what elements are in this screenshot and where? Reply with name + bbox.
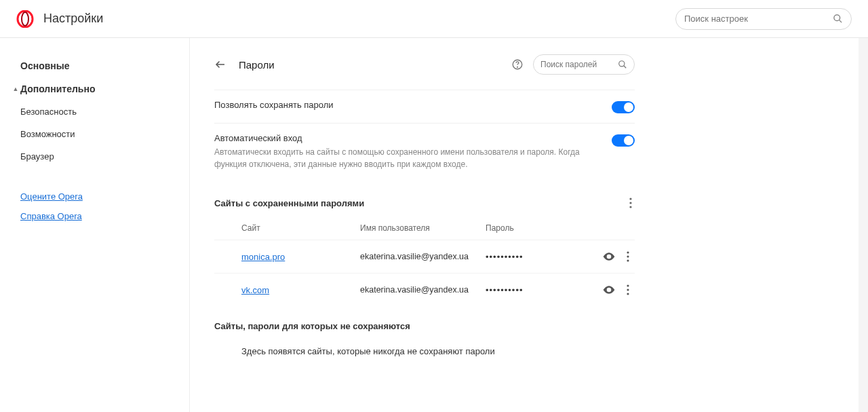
sidebar-link-help[interactable]: Справка Opera (20, 206, 189, 226)
sidebar-item-basic[interactable]: Основные (20, 54, 189, 77)
sidebar-item-browser[interactable]: Браузер (20, 145, 189, 168)
svg-point-17 (627, 284, 629, 286)
eye-icon[interactable] (602, 250, 616, 263)
help-link[interactable]: Справка Opera (20, 211, 82, 221)
never-save-title: Сайты, пароли для которых не сохраняются (214, 321, 635, 331)
sidebar-item-features[interactable]: Возможности (20, 123, 189, 145)
search-icon (833, 14, 843, 24)
top-bar: Настройки (0, 0, 868, 38)
svg-point-13 (627, 251, 629, 253)
opera-logo-icon (16, 10, 34, 28)
svg-point-15 (627, 259, 629, 261)
col-header-user: Имя пользователя (360, 223, 486, 233)
svg-point-19 (627, 293, 629, 295)
settings-search[interactable] (675, 8, 852, 30)
col-header-site: Сайт (241, 223, 360, 233)
password-row: monica.pro ekaterina.vasilie@yandex.ua •… (214, 240, 635, 273)
scrollbar-track[interactable] (859, 38, 868, 412)
username-cell: ekaterina.vasilie@yandex.ua (360, 285, 486, 295)
sidebar-item-security[interactable]: Безопасность (20, 100, 189, 123)
never-save-section: Сайты, пароли для которых не сохраняются… (214, 321, 635, 367)
col-header-pass: Пароль (486, 223, 635, 233)
password-cell: •••••••••• (486, 285, 602, 295)
svg-point-16 (608, 288, 610, 291)
svg-line-3 (839, 20, 842, 22)
setting-auto-signin: Автоматический вход Автоматически входит… (214, 123, 635, 180)
setting-label: Автоматический вход (214, 133, 598, 143)
svg-point-12 (608, 255, 610, 257)
help-icon[interactable] (511, 58, 524, 71)
setting-label: Позволять сохранять пароли (214, 100, 598, 110)
never-save-empty: Здесь появятся сайты, которые никогда не… (214, 335, 635, 367)
svg-point-7 (619, 61, 625, 67)
breadcrumb: Пароли (214, 54, 635, 75)
search-icon (618, 60, 627, 69)
rate-link[interactable]: Оцените Opera (20, 191, 83, 202)
password-search-input[interactable] (540, 60, 618, 69)
site-link[interactable]: monica.pro (241, 252, 285, 262)
password-cell: •••••••••• (486, 252, 602, 262)
page-title: Настройки (43, 12, 103, 26)
password-row: vk.com ekaterina.vasilie@yandex.ua •••••… (214, 273, 635, 306)
svg-point-6 (517, 67, 518, 67)
password-search[interactable] (533, 54, 635, 75)
sidebar: Основные ▲ Дополнительно Безопасность Во… (0, 38, 190, 412)
save-passwords-toggle[interactable] (612, 101, 635, 113)
svg-point-18 (627, 288, 629, 291)
back-arrow-icon[interactable] (214, 58, 226, 71)
setting-save-passwords: Позволять сохранять пароли (214, 90, 635, 123)
svg-point-10 (629, 202, 631, 204)
password-table-header: Сайт Имя пользователя Пароль (214, 215, 635, 240)
section-more-icon[interactable] (627, 195, 635, 211)
saved-passwords-title: Сайты с сохраненными паролями (214, 198, 627, 208)
sidebar-link-rate[interactable]: Оцените Opera (20, 187, 189, 206)
sidebar-item-advanced[interactable]: ▲ Дополнительно (11, 77, 189, 100)
svg-point-9 (629, 198, 631, 200)
svg-point-1 (22, 12, 28, 26)
settings-search-input[interactable] (684, 14, 833, 24)
row-more-icon[interactable] (627, 284, 629, 295)
chevron-up-icon: ▲ (11, 86, 20, 92)
saved-passwords-section: Сайты с сохраненными паролями Сайт Имя п… (214, 195, 635, 306)
auto-signin-toggle[interactable] (612, 134, 635, 147)
svg-point-14 (627, 255, 629, 257)
svg-point-0 (18, 11, 33, 27)
section-title: Пароли (239, 59, 275, 71)
svg-point-2 (834, 15, 840, 21)
sidebar-item-label: Дополнительно (20, 83, 95, 94)
row-more-icon[interactable] (627, 251, 629, 262)
username-cell: ekaterina.vasilie@yandex.ua (360, 252, 486, 261)
svg-point-11 (629, 206, 631, 208)
main-content: Пароли Позволять сохранять пароли (190, 38, 859, 412)
svg-line-8 (624, 66, 627, 69)
setting-description: Автоматически входить на сайты с помощью… (214, 146, 598, 170)
site-link[interactable]: vk.com (241, 285, 269, 295)
eye-icon[interactable] (602, 283, 616, 297)
